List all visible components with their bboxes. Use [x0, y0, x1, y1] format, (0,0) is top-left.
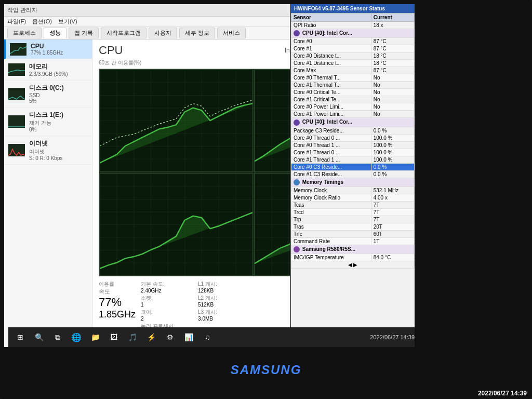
sensor-name: Core #1: [291, 45, 371, 52]
tab-process[interactable]: 프로세스: [7, 28, 42, 38]
sidebar-cpu-text: CPU 77% 1.85GHz: [31, 43, 88, 56]
sensor-value: 60T: [371, 231, 414, 238]
qpi-sensor: QPI Ratio: [291, 22, 371, 29]
sidebar-disk1-text: 디스크 1(E:) 제거 가능 0%: [29, 111, 88, 132]
memory-section-label: Memory Timings: [291, 178, 415, 187]
samsung-section-text: Samsung R580/R5S...: [302, 246, 355, 252]
graph-core2: [99, 173, 253, 276]
taskbar: ⊞ 🔍 ⧉ 🌐 📁 🖼 🎵 ⚡ ⚙ 📊 ♫ 2022/06/27 14:39: [8, 327, 415, 347]
base-speed-label: 기본 속도:: [141, 281, 193, 288]
sidebar-disk0-text: 디스크 0(C:) SSD 5%: [29, 84, 88, 104]
speed-label: 속도: [99, 288, 136, 296]
speed-value: 1.85GHz: [99, 309, 136, 320]
hwinfo-row: Core #1 Critical Te...No: [291, 96, 415, 103]
sensor-name: Tcas: [291, 202, 371, 209]
tab-performance[interactable]: 성능: [44, 28, 66, 38]
hwinfo-row: Trfc60T: [291, 231, 415, 238]
qpi-value: 18 x: [371, 22, 414, 29]
sensor-name: Core #1 Critical Te...: [291, 96, 371, 103]
samsung-brand-label: SAMSUNG: [231, 363, 302, 377]
hwinfo-table: Sensor Current QPI Ratio 18 x CPU [#0]: [291, 13, 415, 269]
hwinfo-row: Core #1 Thermal T...No: [291, 82, 415, 89]
sensor-value: No: [371, 89, 414, 96]
search-button[interactable]: 🔍: [31, 330, 47, 344]
hwinfo-row: Memory Clock Ratio4.00 x: [291, 194, 415, 202]
cpu0-section-label: CPU [#0]: Intel Cor...: [291, 29, 415, 38]
sensor-value: 7T: [371, 216, 414, 223]
menu-view[interactable]: 보기(V): [58, 18, 77, 25]
menu-options[interactable]: 옵션(O): [32, 18, 52, 25]
sidebar-memory-name: 메모리: [29, 62, 88, 71]
sensor-name: Core #0 Thread 1 ...: [291, 141, 371, 149]
explorer-button[interactable]: 📁: [87, 330, 103, 344]
tab-services[interactable]: 서비스: [217, 28, 246, 38]
memory-section-header: Memory Timings: [291, 178, 415, 187]
hwinfo-row: Trcd7T: [291, 209, 415, 216]
disk1-sparkline-icon: [8, 115, 25, 128]
settings-button[interactable]: ⚙: [162, 330, 178, 344]
task-view-button[interactable]: ⧉: [50, 330, 65, 344]
hwinfo-row: Core #0 Thermal T...No: [291, 74, 415, 82]
hwinfo-nav[interactable]: ◀ ▶: [291, 261, 415, 269]
sensor-value: 7T: [371, 202, 414, 209]
browser-button[interactable]: 🌐: [69, 330, 84, 344]
taskbar-time: 2022/06/27 14:39: [370, 334, 415, 340]
sensor-name: Core #1 C3 Reside...: [291, 170, 371, 178]
sidebar-item-cpu[interactable]: CPU 77% 1.85GHz: [4, 39, 92, 59]
power-button[interactable]: ⚡: [143, 330, 159, 344]
sidebar: CPU 77% 1.85GHz 메모리 2.3/3.9GB (59%): [4, 39, 92, 347]
hwinfo-row: Core #1 Thread 1 ...100.0 %: [291, 156, 415, 163]
sidebar-item-ethernet[interactable]: 이더넷 이더넷 S: 0 R: 0 Kbps: [4, 136, 92, 165]
tab-users[interactable]: 사용자: [149, 28, 177, 38]
sensor-name: Core #1 Thread 1 ...: [291, 156, 371, 163]
sensor-name: Memory Clock Ratio: [291, 194, 371, 202]
qpi-row: QPI Ratio 18 x: [291, 22, 415, 29]
sensor-name: Core #1 Thread 0 ...: [291, 149, 371, 156]
hwinfo-nav-row: ◀ ▶: [291, 261, 415, 269]
samsung-section-label: Samsung R580/R5S...: [291, 245, 415, 254]
sidebar-cpu-sub: 77% 1.85GHz: [31, 50, 88, 56]
sidebar-cpu-name: CPU: [31, 43, 88, 50]
core-label: 코어:: [141, 309, 193, 316]
disk0-sparkline-icon: [8, 88, 25, 100]
sensor-value: 84.0 °C: [371, 254, 414, 261]
sidebar-item-disk0[interactable]: 디스크 0(C:) SSD 5%: [4, 81, 92, 108]
usage-label: 이용률: [99, 281, 136, 288]
sensor-name: Tras: [291, 223, 371, 231]
stats-button[interactable]: 📊: [181, 330, 196, 344]
start-button[interactable]: ⊞: [12, 330, 28, 344]
sensor-value: 7T: [371, 209, 414, 216]
sensor-name: Memory Clock: [291, 187, 371, 194]
svg-rect-0: [100, 70, 252, 171]
graph-core0: [99, 69, 253, 172]
cpu1-section-label: CPU [#0]: Intel Cor...: [291, 118, 415, 127]
sensor-name: Package C3 Reside...: [291, 127, 371, 134]
sidebar-ethernet-name: 이더넷: [29, 139, 88, 148]
hwinfo-row: Core #0 Thread 0 ...100.0 %: [291, 134, 415, 141]
socket-value: 1: [141, 302, 193, 308]
memory-section-text: Memory Timings: [302, 179, 343, 185]
sidebar-disk1-name: 디스크 1(E:): [29, 111, 88, 119]
sidebar-memory-sub: 2.3/3.9GB (59%): [29, 71, 88, 77]
menu-file[interactable]: 파일(F): [7, 18, 26, 25]
hwinfo-row: Core #0 Thread 1 ...100.0 %: [291, 141, 415, 149]
sensor-value: 100.0 %: [371, 156, 414, 163]
hwinfo-row: Package C3 Reside...0.0 %: [291, 127, 415, 134]
sensor-value: No: [371, 74, 414, 82]
hwinfo-row: Core Max87 °C: [291, 67, 415, 74]
music-button[interactable]: 🎵: [125, 330, 140, 344]
sidebar-item-memory[interactable]: 메모리 2.3/3.9GB (59%): [4, 59, 92, 81]
hwinfo-row: Core #1 C3 Reside...0.0 %: [291, 170, 415, 178]
sensor-name: Core #0 Critical Te...: [291, 89, 371, 96]
sensor-value: 87 °C: [371, 45, 414, 52]
tab-app-history[interactable]: 앱 기록: [69, 28, 99, 38]
media-button[interactable]: ♫: [200, 330, 215, 344]
tab-details[interactable]: 세부 정보: [179, 28, 215, 38]
sensor-value: No: [371, 96, 414, 103]
photo-button[interactable]: 🖼: [106, 330, 122, 344]
sensor-name: Trcd: [291, 209, 371, 216]
sensor-name: Trfc: [291, 231, 371, 238]
sidebar-item-disk1[interactable]: 디스크 1(E:) 제거 가능 0%: [4, 108, 92, 136]
cpu0-section-text: CPU [#0]: Intel Cor...: [302, 30, 352, 36]
tab-startup[interactable]: 시작프로그램: [101, 28, 147, 38]
